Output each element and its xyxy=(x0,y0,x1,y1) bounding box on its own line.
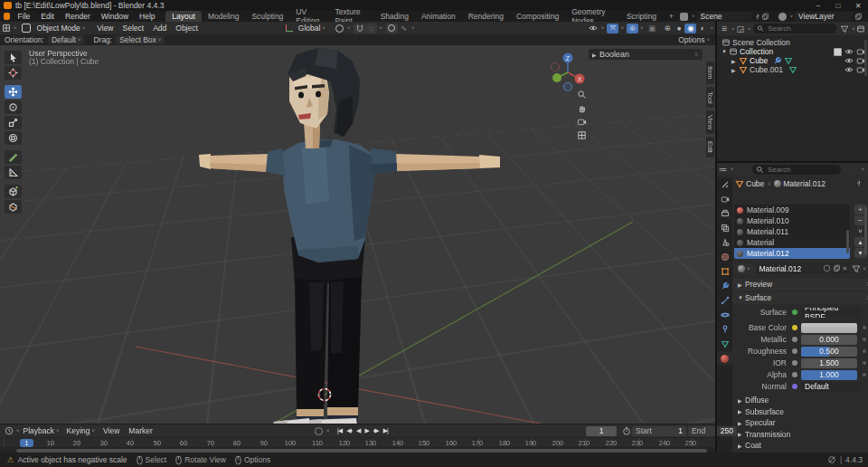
tab-object-data[interactable] xyxy=(717,337,732,351)
preview-panel-header[interactable]: ▶Preview ≡ xyxy=(732,279,868,291)
ortho-toggle-icon[interactable] xyxy=(576,129,588,141)
tab-tool[interactable] xyxy=(717,177,732,192)
mode-dropdown[interactable]: Object Mode˅ xyxy=(33,24,90,33)
material-slot-selected[interactable]: Material.012 xyxy=(734,248,850,259)
properties-editor-type-icon[interactable]: ≔ xyxy=(717,165,729,175)
npanel-tab-tool[interactable]: Tool xyxy=(706,87,714,109)
tab-world[interactable] xyxy=(717,250,732,264)
tab-render[interactable] xyxy=(717,192,732,206)
options-dropdown[interactable]: Options˅ xyxy=(678,35,710,44)
workspace-tab-animation[interactable]: Animation xyxy=(415,11,462,22)
show-gizmo-icon[interactable]: ⤧ xyxy=(607,24,618,33)
pan-view-icon[interactable] xyxy=(576,102,588,114)
tab-scene[interactable] xyxy=(717,235,732,250)
base-color-swatch[interactable] xyxy=(801,323,857,333)
start-frame-field[interactable]: Start1 xyxy=(632,426,686,436)
timeline-marker-menu[interactable]: Marker xyxy=(124,426,156,435)
pivot-point-icon[interactable] xyxy=(334,24,345,33)
menu-window[interactable]: Window xyxy=(96,12,134,21)
panel-specular[interactable]: ▶Specular xyxy=(732,417,868,429)
modifier-wrench-icon[interactable] xyxy=(773,56,782,65)
roughness-slider[interactable]: 0.500 xyxy=(801,347,857,357)
npanel-tab-view[interactable]: View xyxy=(706,110,714,134)
tool-add-cube[interactable] xyxy=(5,185,22,198)
timeline-view-menu[interactable]: View xyxy=(99,426,124,435)
zoom-view-icon[interactable] xyxy=(576,89,588,100)
tool-interactive-add[interactable] xyxy=(5,200,22,214)
workspace-tab-compositing[interactable]: Compositing xyxy=(510,11,565,22)
mesh-data-icon[interactable] xyxy=(784,56,793,65)
play-button[interactable]: ▶ xyxy=(363,427,371,434)
properties-search-input[interactable] xyxy=(766,165,833,175)
region-divider-horizontal[interactable] xyxy=(717,161,868,163)
network-offline-icon[interactable] xyxy=(827,455,836,464)
workspace-tab-rendering[interactable]: Rendering xyxy=(462,11,510,22)
workspace-tab-modeling[interactable]: Modeling xyxy=(202,11,246,22)
decorator-dot[interactable] xyxy=(863,338,866,341)
outliner-search-input[interactable] xyxy=(766,24,833,33)
surface-panel-header[interactable]: ▼Surface ≡ xyxy=(732,292,868,304)
hide-eye-icon[interactable] xyxy=(844,47,854,56)
npanel-tab-edit[interactable]: Edit xyxy=(706,137,714,157)
outliner-row-scene-collection[interactable]: Scene Collection xyxy=(717,38,868,47)
panel-transmission[interactable]: ▶Transmission xyxy=(732,429,868,441)
camera-view-icon[interactable] xyxy=(576,116,588,128)
panel-diffuse[interactable]: ▶Diffuse xyxy=(732,395,868,406)
fake-user-shield-icon[interactable] xyxy=(823,264,831,272)
falloff-curve-icon[interactable]: ∿ xyxy=(398,24,410,33)
outliner-filter-icon[interactable] xyxy=(839,24,850,33)
scene-selector[interactable]: Scene xyxy=(697,12,751,21)
new-view-layer-icon[interactable] xyxy=(854,13,863,21)
new-scene-icon[interactable] xyxy=(761,13,769,21)
outliner-search[interactable] xyxy=(753,24,836,33)
workspace-tab-sculpting[interactable]: Sculpting xyxy=(245,11,289,22)
view-layer-selector[interactable]: ViewLayer xyxy=(795,12,853,21)
shading-material-icon[interactable]: ◉ xyxy=(684,24,696,33)
exclude-checkbox-icon[interactable] xyxy=(834,48,842,56)
material-slot[interactable]: Material xyxy=(734,237,850,248)
pin-id-icon[interactable] xyxy=(854,179,863,187)
tab-view-layer[interactable] xyxy=(717,221,732,235)
auto-keying-icon[interactable] xyxy=(313,426,325,436)
jump-to-end-button[interactable]: ▶| xyxy=(381,427,390,434)
tool-transform[interactable] xyxy=(5,131,22,145)
outliner-scrollbar[interactable] xyxy=(864,40,867,76)
tool-move[interactable] xyxy=(5,85,22,99)
panel-coat[interactable]: ▶Coat xyxy=(732,440,868,452)
menu-render[interactable]: Render xyxy=(60,12,96,21)
menu-view[interactable]: View xyxy=(92,24,118,33)
new-collection-icon[interactable] xyxy=(855,24,866,33)
outliner-row-collection[interactable]: ▼ Collection xyxy=(717,47,868,56)
playhead-badge[interactable]: 1 xyxy=(20,439,33,447)
orientation-dropdown[interactable]: Default˅ xyxy=(48,35,84,44)
material-link-funnel-icon[interactable] xyxy=(852,264,861,273)
tab-constraints[interactable] xyxy=(717,322,732,337)
material-slot[interactable]: Material.009 xyxy=(734,205,850,215)
hide-eye-icon[interactable] xyxy=(844,56,854,65)
tab-material[interactable] xyxy=(717,351,732,366)
transform-orientation-dropdown[interactable]: Global˅ xyxy=(295,24,329,33)
workspace-tab-scripting[interactable]: Scripting xyxy=(620,11,663,22)
alpha-slider[interactable]: 1.000 xyxy=(801,370,857,380)
new-material-copy-icon[interactable] xyxy=(833,264,841,272)
play-reverse-button[interactable]: ◀ xyxy=(354,427,363,434)
npanel-tab-item[interactable]: Item xyxy=(706,62,714,84)
boolean-panel-header[interactable]: ▶Boolean ≡ xyxy=(589,49,703,60)
metallic-field[interactable]: 0.000 xyxy=(801,335,857,345)
tool-annotate[interactable] xyxy=(5,150,22,164)
tab-modifiers[interactable] xyxy=(717,279,732,293)
drag-dropdown[interactable]: Select Box˅ xyxy=(116,35,165,44)
properties-scrollbar[interactable] xyxy=(864,206,867,255)
next-keyframe-button[interactable]: •▶ xyxy=(371,427,381,434)
outliner-display-mode-icon[interactable]: ☰ xyxy=(719,24,730,33)
proportional-edit-icon[interactable] xyxy=(386,24,398,33)
playback-menu[interactable]: Playback˅ xyxy=(20,426,63,435)
shading-rendered-icon[interactable]: ◐ xyxy=(696,24,708,33)
tab-particles[interactable] xyxy=(717,293,732,308)
decorator-dot[interactable] xyxy=(863,373,866,376)
decorator-dot[interactable] xyxy=(863,361,866,365)
outliner-row-cube[interactable]: ▶ Cube xyxy=(717,56,868,65)
menu-file[interactable]: File xyxy=(13,12,36,21)
material-name-field[interactable]: Material.012 ✕ xyxy=(756,263,850,274)
prev-keyframe-button[interactable]: ◀• xyxy=(344,427,354,434)
